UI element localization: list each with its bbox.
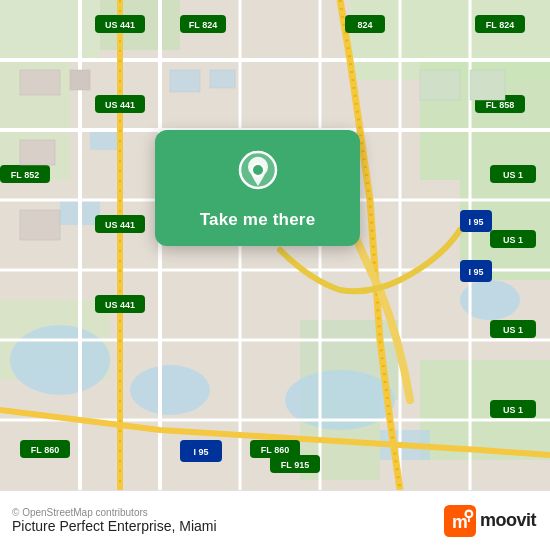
svg-text:I 95: I 95 [193, 447, 208, 457]
svg-rect-72 [170, 70, 200, 92]
bottom-bar: © OpenStreetMap contributors Picture Per… [0, 490, 550, 550]
svg-text:US 1: US 1 [503, 325, 523, 335]
svg-text:FL 858: FL 858 [486, 100, 514, 110]
moovit-icon: m [444, 505, 476, 537]
location-pin-icon [234, 148, 282, 200]
map-container[interactable]: US 441 US 441 US 441 US 441 FL 824 824 F… [0, 0, 550, 490]
svg-text:US 1: US 1 [503, 235, 523, 245]
map-attribution: © OpenStreetMap contributors [12, 507, 217, 518]
svg-text:FL 824: FL 824 [189, 20, 217, 30]
svg-text:US 441: US 441 [105, 300, 135, 310]
svg-point-83 [253, 165, 263, 175]
bottom-left: © OpenStreetMap contributors Picture Per… [12, 507, 217, 534]
svg-rect-80 [470, 70, 505, 100]
svg-rect-14 [90, 130, 120, 150]
svg-text:US 441: US 441 [105, 20, 135, 30]
svg-point-11 [10, 325, 110, 395]
svg-rect-77 [20, 210, 60, 240]
svg-text:I 95: I 95 [468, 217, 483, 227]
svg-rect-71 [70, 70, 90, 90]
cta-take-me-there-label: Take me there [200, 210, 316, 230]
svg-text:FL 860: FL 860 [31, 445, 59, 455]
svg-rect-70 [20, 70, 60, 95]
svg-rect-73 [210, 70, 235, 88]
svg-text:824: 824 [357, 20, 372, 30]
svg-rect-74 [20, 140, 55, 165]
svg-text:FL 915: FL 915 [281, 460, 309, 470]
svg-text:FL 860: FL 860 [261, 445, 289, 455]
svg-text:US 441: US 441 [105, 220, 135, 230]
business-name: Picture Perfect Enterprise, Miami [12, 518, 217, 534]
moovit-logo[interactable]: m moovit [444, 505, 536, 537]
svg-text:US 1: US 1 [503, 405, 523, 415]
svg-text:FL 824: FL 824 [486, 20, 514, 30]
svg-point-87 [467, 511, 471, 515]
svg-text:US 441: US 441 [105, 100, 135, 110]
svg-text:US 1: US 1 [503, 170, 523, 180]
svg-point-12 [130, 365, 210, 415]
svg-rect-79 [420, 70, 460, 100]
moovit-text: moovit [480, 510, 536, 531]
cta-card[interactable]: Take me there [155, 130, 360, 246]
svg-text:FL 852: FL 852 [11, 170, 39, 180]
svg-rect-1 [0, 0, 100, 60]
svg-text:I 95: I 95 [468, 267, 483, 277]
